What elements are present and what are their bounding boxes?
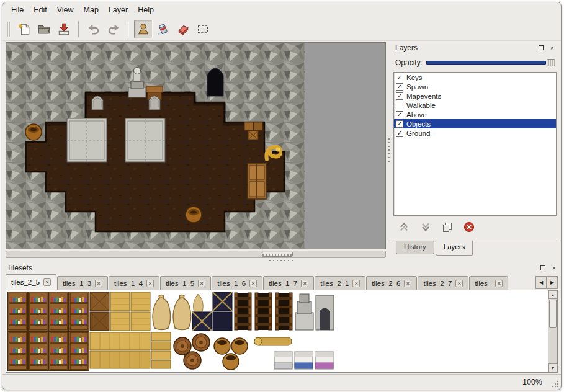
layer-list: ✓ Keys ✓ Spawn ✓ Mapevents Walkable ✓ Ab…: [393, 72, 557, 216]
tileset-tab[interactable]: tiles_2_6 ×: [366, 276, 417, 290]
selection-marquee-icon: [196, 22, 210, 36]
menu-file[interactable]: File: [6, 4, 29, 16]
redo-button[interactable]: [104, 20, 123, 38]
toolbar-separator: [78, 21, 79, 37]
close-tab-icon[interactable]: ×: [455, 280, 463, 287]
tileset-tab-bar: tiles_2_5 × tiles_1_3 × tiles_1_4 × tile…: [6, 274, 534, 290]
toolbar-handle[interactable]: [7, 22, 11, 37]
close-dock-button[interactable]: ×: [548, 43, 557, 52]
layers-dock: Layers × Opacity: ✓ Keys: [391, 42, 559, 258]
close-tab-icon[interactable]: ×: [43, 278, 51, 286]
tileset-tab[interactable]: tiles_1_7 ×: [263, 276, 314, 290]
layer-row-above[interactable]: ✓ Above: [394, 110, 556, 119]
tileset-vscroll-thumb[interactable]: [549, 300, 557, 328]
map-hscroll-thumb[interactable]: [262, 252, 293, 257]
tileset-tab[interactable]: tiles_1_5 ×: [160, 276, 211, 290]
layer-row-keys[interactable]: ✓ Keys: [394, 73, 556, 82]
resize-grip[interactable]: [551, 380, 559, 388]
horizontal-splitter[interactable]: [2, 258, 561, 262]
tileset-vertical-scrollbar[interactable]: ▲ ▼: [548, 290, 557, 372]
tileset-canvas[interactable]: [7, 292, 338, 371]
new-file-icon: [17, 22, 31, 36]
dock-tab-bar: History Layers: [391, 241, 559, 257]
tab-layers[interactable]: Layers: [436, 241, 473, 256]
layer-row-objects[interactable]: ✓ Objects: [394, 119, 556, 128]
float-icon: [539, 264, 547, 272]
opacity-slider[interactable]: [426, 58, 555, 67]
layer-visibility-checkbox[interactable]: ✓: [396, 74, 403, 81]
scroll-tabs-left-button[interactable]: ◀: [535, 276, 547, 289]
layer-row-spawn[interactable]: ✓ Spawn: [394, 82, 556, 91]
scroll-up-button[interactable]: ▲: [548, 290, 557, 299]
float-dock-button[interactable]: [539, 264, 547, 272]
redo-icon: [107, 22, 120, 36]
save-icon: [57, 22, 71, 36]
menu-help[interactable]: Help: [133, 4, 159, 16]
map-canvas[interactable]: [6, 43, 305, 249]
layers-dock-title: Layers: [395, 43, 418, 52]
eraser-tool-button[interactable]: [174, 20, 192, 38]
opacity-slider-handle[interactable]: [547, 59, 555, 66]
float-dock-button[interactable]: [537, 43, 545, 52]
close-tab-icon[interactable]: ×: [95, 280, 102, 287]
chevron-down-icon: [420, 221, 431, 233]
zoom-level: 100%: [522, 378, 542, 386]
menu-edit[interactable]: Edit: [29, 4, 52, 16]
close-tab-icon[interactable]: ×: [404, 280, 411, 287]
fill-tool-button[interactable]: [154, 20, 172, 38]
layer-visibility-checkbox[interactable]: ✓: [396, 92, 403, 100]
layer-visibility-checkbox[interactable]: ✓: [396, 111, 403, 118]
close-tab-icon[interactable]: ×: [249, 280, 257, 287]
layer-visibility-checkbox[interactable]: ✓: [396, 83, 403, 91]
layer-visibility-checkbox[interactable]: [396, 102, 403, 109]
tileset-tab[interactable]: tiles_1_4 ×: [109, 276, 159, 290]
layer-visibility-checkbox[interactable]: ✓: [396, 120, 403, 128]
lower-layer-button[interactable]: [419, 220, 432, 234]
delete-layer-button[interactable]: [462, 220, 476, 234]
map-viewport[interactable]: [6, 42, 386, 249]
layer-name: Mapevents: [406, 92, 441, 100]
map-horizontal-scrollbar[interactable]: [6, 251, 386, 258]
select-tool-button[interactable]: [194, 20, 212, 38]
tileset-tab[interactable]: tiles_1_6 ×: [212, 276, 262, 290]
tilesets-dock: Tilesets × tiles_2_5 × tiles_1_3 ×: [2, 262, 561, 374]
tileset-tab[interactable]: tiles_1_3 ×: [57, 276, 108, 290]
close-tab-icon[interactable]: ×: [301, 280, 308, 287]
opacity-slider-groove[interactable]: [426, 61, 546, 65]
scroll-tabs-right-button[interactable]: ▶: [547, 276, 558, 289]
tileset-tab[interactable]: tiles_ ×: [469, 276, 508, 290]
save-map-button[interactable]: [55, 20, 73, 38]
close-tab-icon[interactable]: ×: [198, 280, 205, 287]
tileset-tab[interactable]: tiles_2_5 ×: [6, 274, 56, 290]
layer-name: Objects: [406, 120, 431, 128]
opacity-label: Opacity:: [395, 58, 423, 67]
close-tab-icon[interactable]: ×: [495, 280, 503, 287]
tileset-tab[interactable]: tiles_2_7 ×: [418, 276, 468, 290]
open-map-button[interactable]: [35, 20, 53, 38]
close-tab-icon[interactable]: ×: [146, 280, 154, 287]
tileset-tab[interactable]: tiles_2_1 ×: [315, 276, 365, 290]
stamp-tool-button[interactable]: [134, 20, 153, 38]
menu-map[interactable]: Map: [79, 4, 104, 16]
tileset-content: ▲ ▼: [6, 290, 558, 373]
layer-visibility-checkbox[interactable]: ✓: [396, 130, 403, 137]
map-pane: [6, 42, 387, 258]
tab-history[interactable]: History: [396, 241, 434, 254]
layer-name: Keys: [406, 74, 423, 81]
eraser-icon: [176, 22, 190, 36]
delete-icon: [463, 221, 475, 233]
undo-button[interactable]: [84, 20, 103, 38]
layer-row-walkable[interactable]: Walkable: [394, 100, 556, 110]
close-tab-icon[interactable]: ×: [352, 280, 360, 287]
toolbar-separator: [128, 21, 129, 37]
raise-layer-button[interactable]: [397, 220, 411, 234]
new-map-button[interactable]: [15, 20, 34, 38]
menu-view[interactable]: View: [52, 4, 79, 16]
scroll-down-button[interactable]: ▼: [548, 363, 557, 372]
layer-row-mapevents[interactable]: ✓ Mapevents: [394, 91, 556, 100]
layer-row-ground[interactable]: ✓ Ground: [394, 128, 556, 138]
menu-layer[interactable]: Layer: [104, 4, 133, 16]
close-dock-button[interactable]: ×: [550, 264, 558, 272]
copy-icon: [442, 221, 453, 233]
duplicate-layer-button[interactable]: [441, 220, 454, 234]
